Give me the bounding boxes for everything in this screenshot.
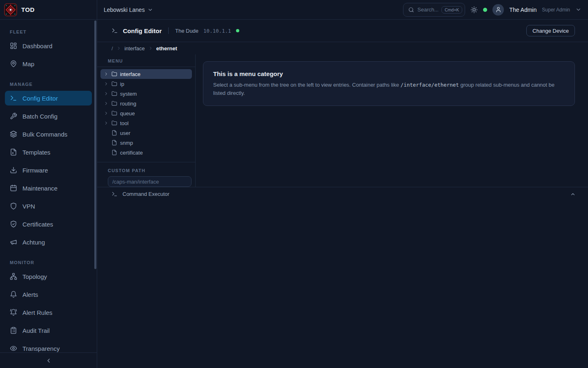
sidebar-item-alerts[interactable]: Alerts <box>5 287 92 302</box>
custom-path-label: CUSTOM PATH <box>97 166 195 176</box>
sidebar-item-alert-rules[interactable]: Alert Rules <box>5 305 92 320</box>
notice-body: Select a sub-menu from the tree on the l… <box>213 81 565 97</box>
tree-item-user[interactable]: user <box>100 128 192 138</box>
search-shortcut-badge: Cmd+K <box>441 6 462 13</box>
folder-icon <box>111 110 117 116</box>
sidebar-item-transparency[interactable]: Transparency <box>5 341 92 352</box>
tree-item-snmp[interactable]: snmp <box>100 138 192 148</box>
sidebar-section-manage: MANAGE <box>5 74 92 91</box>
sidebar-item-achtung[interactable]: Achtung <box>5 235 92 249</box>
chevron-right-icon <box>104 111 109 116</box>
tree-item-tool[interactable]: tool <box>100 118 192 128</box>
shield-icon <box>10 202 17 210</box>
sidebar-item-firmware[interactable]: Firmware <box>5 163 92 177</box>
sidebar-item-batch-config[interactable]: Batch Config <box>5 109 92 123</box>
sidebar-item-bulk-commands[interactable]: Bulk Commands <box>5 127 92 141</box>
sidebar-item-label: Alerts <box>22 291 38 298</box>
bell-icon <box>10 291 17 298</box>
top-bar-right: Search... Cmd+K The Admin Super Admin <box>403 3 581 17</box>
tree-item-system[interactable]: system <box>100 89 192 99</box>
sidebar-item-dashboard[interactable]: Dashboard <box>5 38 92 53</box>
tree-item-label: tool <box>120 120 129 126</box>
tree-item-ip[interactable]: ip <box>100 79 192 89</box>
avatar[interactable] <box>492 4 504 16</box>
top-bar-content: Lebowski Lanes Search... Cmd+K <box>97 0 588 19</box>
sidebar-item-map[interactable]: Map <box>5 56 92 71</box>
device-ip: 10.10.1.1 <box>203 28 231 34</box>
sidebar-section-fleet: FLEET <box>5 22 92 38</box>
calendar-icon <box>10 184 17 192</box>
work-area: MENU interface ip <box>97 54 588 187</box>
sidebar-item-templates[interactable]: Templates <box>5 145 92 159</box>
search-input[interactable]: Search... Cmd+K <box>403 3 465 17</box>
file-icon <box>10 148 17 156</box>
terminal-icon <box>10 94 17 102</box>
chevron-right-icon <box>104 72 109 76</box>
search-placeholder: Search... <box>417 7 438 13</box>
sidebar-collapse-button[interactable] <box>0 352 97 368</box>
tree-item-label: user <box>120 130 130 136</box>
menu-category-notice: This is a menu category Select a sub-men… <box>203 61 575 106</box>
notice-body-text: Select a sub-menu from the tree on the l… <box>213 82 401 88</box>
command-executor-bar[interactable]: Command Executor <box>97 187 588 201</box>
device-status-dot <box>236 29 239 32</box>
command-executor-label: Command Executor <box>122 191 169 197</box>
app-title: TOD <box>21 6 35 13</box>
sidebar-item-topology[interactable]: Topology <box>5 269 92 284</box>
sidebar-item-certificates[interactable]: Certificates <box>5 217 92 231</box>
wrench-icon <box>10 112 17 120</box>
tree-item-label: ip <box>120 81 124 87</box>
chevron-right-icon <box>104 91 109 96</box>
sidebar-item-label: Batch Config <box>22 113 58 120</box>
tree-item-label: interface <box>120 71 140 77</box>
tree-item-queue[interactable]: queue <box>100 108 192 118</box>
app-logo[interactable]: TOD <box>0 0 97 19</box>
user-menu-chevron-down-icon[interactable] <box>575 7 581 13</box>
sun-icon[interactable] <box>470 6 478 13</box>
layers-icon <box>10 130 17 138</box>
tree-item-label: snmp <box>120 140 133 146</box>
notice-title: This is a menu category <box>213 70 565 77</box>
divider <box>168 27 169 34</box>
tree-item-label: certificate <box>120 150 143 156</box>
custom-path-input[interactable] <box>108 176 192 187</box>
chevron-right-icon <box>148 46 153 51</box>
sidebar-section-monitor: MONITOR <box>5 253 92 269</box>
topology-icon <box>10 273 17 280</box>
sidebar-item-label: Alert Rules <box>22 309 52 316</box>
tree-item-interface[interactable]: interface <box>100 69 192 79</box>
breadcrumb-item-interface[interactable]: interface <box>125 45 145 52</box>
sidebar-item-vpn[interactable]: VPN <box>5 199 92 213</box>
sidebar-item-label: Bulk Commands <box>22 131 67 138</box>
change-device-button[interactable]: Change Device <box>526 25 575 36</box>
file-icon <box>111 140 117 146</box>
content-pane: This is a menu category Select a sub-men… <box>196 54 588 187</box>
sidebar-scrollbar[interactable] <box>94 20 96 269</box>
breadcrumb-item-ethernet: ethernet <box>156 45 177 52</box>
org-name: Lebowski Lanes <box>104 7 145 13</box>
chevron-up-icon[interactable] <box>570 191 576 197</box>
sidebar-item-config-editor[interactable]: Config Editor <box>5 91 92 105</box>
shell: FLEET Dashboard Map MANAGE Config Editor… <box>0 20 588 368</box>
sidebar: FLEET Dashboard Map MANAGE Config Editor… <box>0 20 97 368</box>
download-icon <box>10 166 17 174</box>
page-title: Config Editor <box>123 27 162 34</box>
sidebar-item-label: Firmware <box>22 167 48 174</box>
org-switcher[interactable]: Lebowski Lanes <box>104 7 153 13</box>
sidebar-item-label: Topology <box>22 273 47 280</box>
app-root: TOD Lebowski Lanes Search... Cmd+K <box>0 0 588 368</box>
tree-item-certificate[interactable]: certificate <box>100 148 192 157</box>
terminal-icon <box>111 27 118 34</box>
tree-item-label: queue <box>120 110 135 117</box>
menu-panel-title: MENU <box>97 54 195 67</box>
eye-icon <box>10 345 17 352</box>
sidebar-item-label: Templates <box>22 149 50 156</box>
sidebar-item-maintenance[interactable]: Maintenance <box>5 181 92 195</box>
connection-status-dot <box>483 8 487 12</box>
bell-ring-icon <box>10 309 17 316</box>
tree-item-routing[interactable]: routing <box>100 99 192 108</box>
sidebar-item-audit-trail[interactable]: Audit Trail <box>5 323 92 338</box>
breadcrumb-root[interactable]: / <box>111 45 113 52</box>
notice-body-code: /interface/ethernet <box>401 82 459 88</box>
menu-tree-panel: MENU interface ip <box>97 54 196 187</box>
